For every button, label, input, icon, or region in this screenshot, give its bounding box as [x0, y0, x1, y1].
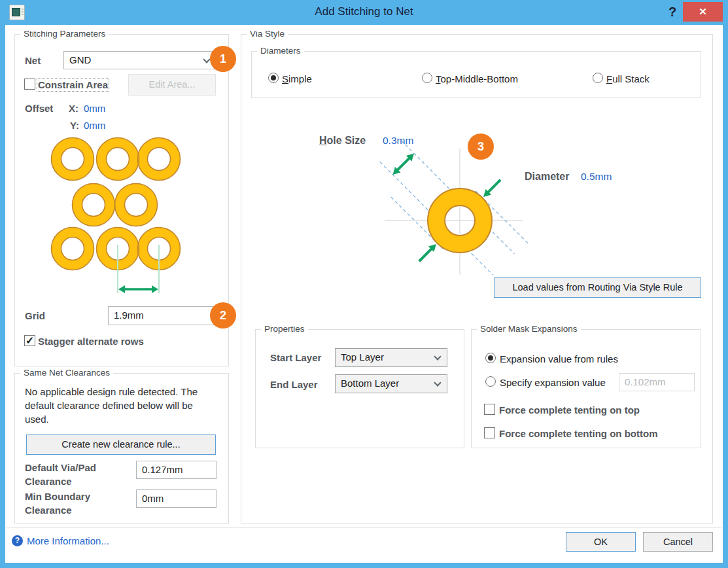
dialog-title: Add Stitching to Net — [0, 5, 728, 18]
radio-full-stack[interactable] — [593, 73, 603, 83]
net-value: GND — [69, 54, 91, 65]
diameter-value[interactable]: 0.5mm — [581, 171, 612, 183]
start-layer-label: Start Layer — [270, 352, 321, 363]
group-caption: Via Style — [247, 29, 288, 39]
start-layer-select[interactable]: Top Layer — [335, 348, 447, 367]
radio-expansion-from-rules[interactable] — [485, 353, 496, 363]
chevron-down-icon — [203, 56, 210, 63]
group-caption: Solder Mask Expansions — [477, 324, 581, 334]
offset-x-label: X: — [69, 103, 78, 114]
more-information-link[interactable]: More Information... — [27, 535, 109, 546]
callout-badge-2: 2 — [210, 302, 236, 328]
grid-input[interactable]: 1.9mm — [108, 306, 217, 325]
min-boundary-label: Min Boundary Clearance — [25, 489, 133, 517]
clearance-message: No applicable design rule detected. The … — [25, 385, 217, 426]
default-clearance-input[interactable]: 0.127mm — [136, 461, 217, 479]
offset-x-value: 0mm — [84, 103, 105, 114]
offset-y-value: 0mm — [84, 120, 105, 131]
dialog-window: Add Stitching to Net ? ✕ Stitching Param… — [0, 0, 728, 568]
radio-simple-label[interactable]: Simple — [282, 73, 312, 84]
stagger-checkbox[interactable] — [24, 335, 35, 346]
titlebar: Add Stitching to Net ? ✕ — [0, 0, 728, 25]
footer-divider — [7, 527, 721, 528]
default-clearance-label: Default Via/Pad Clearance — [25, 461, 133, 488]
specify-expansion-label[interactable]: Specify expansion value — [500, 377, 606, 388]
hole-size-label: Hole Size — [319, 135, 366, 147]
group-caption: Stitching Parameters — [20, 29, 109, 39]
load-via-style-button[interactable]: Load values from Routing Via Style Rule — [494, 277, 701, 298]
radio-full-stack-label[interactable]: Full Stack — [606, 73, 650, 84]
constrain-area-label[interactable]: Constrain Area — [38, 79, 108, 90]
constrain-area-checkbox[interactable] — [24, 79, 35, 90]
edit-area-button[interactable]: Edit Area... — [128, 74, 216, 96]
offset-y-label: Y: — [70, 120, 79, 131]
end-layer-label: End Layer — [270, 379, 318, 390]
close-icon[interactable]: ✕ — [683, 2, 723, 22]
group-caption: Properties — [261, 324, 308, 334]
specify-expansion-input[interactable]: 0.102mm — [619, 373, 695, 391]
offset-label: Offset — [25, 103, 53, 114]
tenting-top-label: Force complete tenting on top — [499, 404, 640, 416]
hole-size-arrow — [390, 151, 417, 177]
net-label: Net — [25, 55, 41, 66]
via-diagram — [366, 141, 530, 278]
help-circle-icon[interactable]: ? — [12, 535, 23, 546]
group-caption: Diameters — [257, 46, 304, 56]
cancel-button[interactable]: Cancel — [643, 532, 713, 552]
tenting-bottom-label: Force complete tenting on bottom — [499, 428, 658, 439]
diameter-label: Diameter — [525, 171, 569, 183]
tenting-bottom-checkbox[interactable] — [484, 427, 495, 438]
create-clearance-rule-button[interactable]: Create new clearance rule... — [26, 435, 216, 455]
grid-spacing-arrow — [118, 285, 158, 293]
radio-top-middle-bottom[interactable] — [422, 73, 432, 83]
min-boundary-input[interactable]: 0mm — [136, 489, 217, 508]
start-layer-value: Top Layer — [341, 351, 384, 363]
chevron-down-icon — [434, 379, 441, 386]
net-select[interactable]: GND — [63, 51, 217, 69]
end-layer-select[interactable]: Bottom Layer — [335, 374, 447, 393]
radio-specify-expansion[interactable] — [485, 376, 496, 387]
radio-simple[interactable] — [268, 73, 279, 83]
chevron-down-icon — [434, 353, 441, 360]
expansion-from-rules-label[interactable]: Expansion value from rules — [500, 353, 618, 364]
radio-top-middle-bottom-label[interactable]: Top-Middle-Bottom — [436, 73, 518, 84]
ok-button[interactable]: OK — [566, 532, 636, 552]
group-caption: Same Net Clearances — [20, 368, 113, 378]
end-layer-value: Bottom Layer — [341, 378, 399, 389]
tenting-top-checkbox[interactable] — [484, 404, 495, 415]
stitching-pattern-preview — [46, 135, 186, 298]
stagger-label: Stagger alternate rows — [38, 336, 144, 347]
help-icon[interactable]: ? — [663, 3, 682, 21]
grid-label: Grid — [25, 310, 45, 321]
callout-badge-1: 1 — [210, 46, 236, 72]
